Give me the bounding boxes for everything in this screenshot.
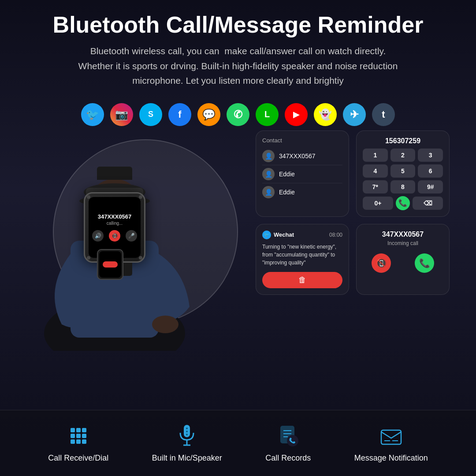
twitter-icon[interactable]: 🐦 <box>81 103 104 126</box>
svg-rect-24 <box>381 430 401 444</box>
svg-point-12 <box>152 316 178 333</box>
grid-dial-icon <box>71 428 86 444</box>
dial-key-3[interactable]: 3 <box>418 149 443 162</box>
wrist-watch-small <box>97 249 123 280</box>
dialpad-panel: 156307259 1 2 3 4 5 6 7* 8 9# 0+ 📞 ⌫ <box>356 130 450 217</box>
message-icon-svg <box>379 424 403 448</box>
contact-item-3[interactable]: 👤 Eddie <box>262 183 342 201</box>
contact-item-2[interactable]: 👤 Eddie <box>262 165 342 183</box>
watch-caller-number: 347XXX0567 <box>98 213 132 220</box>
contact-panel-title: Contact <box>262 137 342 144</box>
message-body: Turning to "new kinetic energy", from "a… <box>262 243 342 267</box>
feature-message-notification: Message Notification <box>354 424 428 463</box>
person-section: 347XXX0567 calling... 🔊 📵 🎤 <box>26 122 247 353</box>
svg-point-17 <box>186 431 188 432</box>
dial-key-8[interactable]: 8 <box>390 180 416 193</box>
contact-name-3: Eddie <box>279 189 295 196</box>
incoming-call-buttons: 📵 📞 <box>363 253 443 273</box>
watch-decline-button[interactable]: 📵 <box>109 230 120 242</box>
chat-icon[interactable]: 💬 <box>197 103 220 126</box>
skype-icon[interactable]: S <box>139 103 162 126</box>
main-content: 347XXX0567 calling... 🔊 📵 🎤 <box>0 122 476 353</box>
dialpad-grid: 1 2 3 4 5 6 7* 8 9# <box>363 149 443 193</box>
dial-key-9[interactable]: 9# <box>418 180 443 193</box>
line-icon[interactable]: L <box>256 103 279 126</box>
mic-speaker-label: Built in Mic/Speaker <box>152 454 222 463</box>
call-records-svg <box>277 424 299 448</box>
feature-mic-speaker: Built in Mic/Speaker <box>152 424 222 463</box>
dial-key-4[interactable]: 4 <box>363 164 388 178</box>
svg-point-23 <box>287 435 298 446</box>
dial-call-button[interactable]: 📞 <box>396 196 410 210</box>
dial-key-5[interactable]: 5 <box>390 164 416 178</box>
main-title: Bluetooth Call/Message Reminder <box>26 12 450 37</box>
incoming-call-label: Incoming call <box>363 240 443 246</box>
instagram-icon[interactable]: 📷 <box>110 103 133 126</box>
call-receive-dial-icon <box>71 424 86 448</box>
dial-key-7[interactable]: 7* <box>363 180 388 193</box>
feature-call-receive-dial: Call Receive/Dial <box>48 424 108 463</box>
call-records-label: Call Records <box>265 454 311 463</box>
subtitle: Bluetooth wireless call, you can make ca… <box>40 44 436 88</box>
watch-action-buttons: 🔊 📵 🎤 <box>92 230 137 242</box>
header-section: Bluetooth Call/Message Reminder Bluetoot… <box>0 0 476 95</box>
telegram-icon[interactable]: ✈ <box>343 103 366 126</box>
incoming-caller-number: 347XXX0567 <box>363 231 443 238</box>
social-icons-row: 🐦 📷 S f 💬 ✆ L ▶ 👻 ✈ t <box>0 103 476 126</box>
incoming-accept-button[interactable]: 📞 <box>415 253 434 273</box>
watch-call-status: calling... <box>107 221 123 226</box>
wechat-icon: 🐦 <box>262 231 271 239</box>
feature-call-records: Call Records <box>265 424 311 463</box>
message-panel: 🐦 Wechat 08:00 Turning to "new kinetic e… <box>256 224 349 295</box>
snapchat-icon[interactable]: 👻 <box>314 103 337 126</box>
dial-key-2[interactable]: 2 <box>390 149 416 162</box>
dial-display-number: 156307259 <box>363 137 443 145</box>
watch-mic-button[interactable]: 🎤 <box>126 230 137 242</box>
youtube-icon[interactable]: ▶ <box>285 103 308 126</box>
message-time: 08:00 <box>329 232 342 238</box>
features-bar: Call Receive/Dial Built in Mic/Speaker <box>0 410 476 476</box>
dial-bottom-row: 0+ 📞 ⌫ <box>363 196 443 210</box>
svg-point-16 <box>186 428 188 429</box>
contact-avatar-3: 👤 <box>262 186 275 198</box>
message-header: 🐦 Wechat 08:00 <box>262 231 342 239</box>
tumblr-icon[interactable]: t <box>372 103 395 126</box>
contact-name-1: 347XXX0567 <box>279 152 316 160</box>
watch-strap-top <box>97 167 132 180</box>
watch-volume-button[interactable]: 🔊 <box>92 230 104 242</box>
call-records-icon <box>277 424 299 448</box>
message-app-name: Wechat <box>274 231 294 238</box>
incoming-decline-button[interactable]: 📵 <box>372 253 391 273</box>
dial-key-6[interactable]: 6 <box>418 164 443 178</box>
dial-key-zero[interactable]: 0+ <box>363 197 393 210</box>
message-notification-label: Message Notification <box>354 454 428 463</box>
contact-avatar-1: 👤 <box>262 150 275 162</box>
contact-avatar-2: 👤 <box>262 168 275 180</box>
dial-delete-button[interactable]: ⌫ <box>413 197 443 210</box>
dial-key-1[interactable]: 1 <box>363 149 388 162</box>
incoming-call-panel: 347XXX0567 Incoming call 📵 📞 <box>356 224 450 295</box>
facebook-icon[interactable]: f <box>168 103 191 126</box>
ui-panels: Contact 👤 347XXX0567 👤 Eddie 👤 Eddie 156… <box>256 130 450 295</box>
contact-panel: Contact 👤 347XXX0567 👤 Eddie 👤 Eddie <box>256 130 349 217</box>
mic-speaker-icon <box>178 424 196 448</box>
whatsapp-icon[interactable]: ✆ <box>227 103 249 126</box>
message-delete-button[interactable]: 🗑 <box>262 272 342 288</box>
message-notification-icon <box>379 424 403 448</box>
call-receive-dial-label: Call Receive/Dial <box>48 454 108 463</box>
contact-name-2: Eddie <box>279 171 295 178</box>
svg-point-18 <box>186 434 188 435</box>
mic-icon-svg <box>178 424 196 448</box>
contact-item-1[interactable]: 👤 347XXX0567 <box>262 147 342 165</box>
